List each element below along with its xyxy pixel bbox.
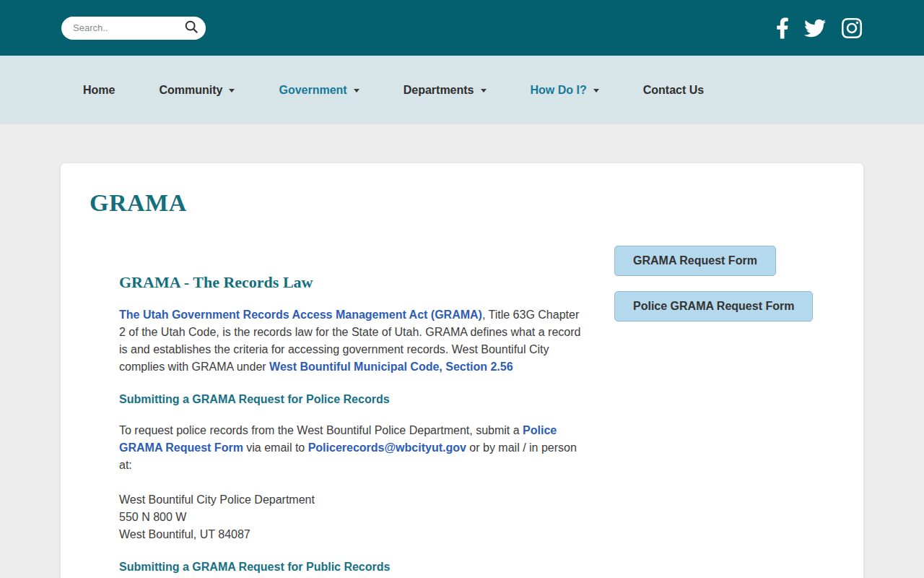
police-email-link[interactable]: Policerecords@wbcityut.gov <box>308 441 466 454</box>
address-line: 550 N 800 W <box>119 511 186 523</box>
police-paragraph: To request police records from the West … <box>119 422 585 474</box>
address-line: West Bountiful City Police Department <box>119 493 315 506</box>
police-address: West Bountiful City Police Department 55… <box>119 491 585 543</box>
section-title: GRAMA - The Records Law <box>119 273 585 292</box>
sidebar: GRAMA Request Form Police GRAMA Request … <box>614 246 813 322</box>
content-card: GRAMA GRAMA - The Records Law The Utah G… <box>61 163 863 578</box>
facebook-icon[interactable] <box>776 17 789 40</box>
public-records-heading: Submitting a GRAMA Request for Public Re… <box>119 561 585 574</box>
grama-request-form-button[interactable]: GRAMA Request Form <box>614 246 776 276</box>
main-navigation: Home Community Government Departments Ho… <box>0 56 924 124</box>
municipal-code-link[interactable]: West Bountiful Municipal Code, Section 2… <box>269 361 513 373</box>
intro-paragraph: The Utah Government Records Access Manag… <box>119 306 585 376</box>
top-header-bar <box>0 0 924 56</box>
nav-item-departments[interactable]: Departments <box>404 84 487 97</box>
nav-item-community[interactable]: Community <box>159 84 235 97</box>
nav-item-government[interactable]: Government <box>279 84 359 97</box>
article-body: GRAMA - The Records Law The Utah Governm… <box>119 246 585 578</box>
nav-label: Departments <box>404 84 474 97</box>
nav-item-how-do-i[interactable]: How Do I? <box>531 84 599 97</box>
police-records-heading: Submitting a GRAMA Request for Police Re… <box>119 393 585 406</box>
nav-label: Contact Us <box>643 84 704 97</box>
chevron-down-icon <box>354 89 359 92</box>
nav-label: How Do I? <box>531 84 587 97</box>
police-grama-request-form-button[interactable]: Police GRAMA Request Form <box>614 291 813 322</box>
nav-item-contact-us[interactable]: Contact Us <box>643 84 704 97</box>
search-icon[interactable] <box>181 19 201 38</box>
search-bar <box>61 17 206 40</box>
chevron-down-icon <box>481 89 487 92</box>
text-segment: To request police records from the West … <box>119 424 523 436</box>
nav-label: Government <box>279 84 346 97</box>
twitter-icon[interactable] <box>803 17 827 39</box>
social-links <box>776 17 863 40</box>
text-segment: via email to <box>243 441 308 454</box>
grama-act-link[interactable]: The Utah Government Records Access Manag… <box>119 309 482 321</box>
page-title: GRAMA <box>90 189 834 217</box>
address-line: West Bountiful, UT 84087 <box>119 528 250 540</box>
chevron-down-icon <box>593 89 599 92</box>
nav-item-home[interactable]: Home <box>83 84 115 97</box>
nav-label: Community <box>159 84 222 97</box>
chevron-down-icon <box>229 89 235 92</box>
instagram-icon[interactable] <box>841 17 863 40</box>
nav-label: Home <box>83 84 115 97</box>
